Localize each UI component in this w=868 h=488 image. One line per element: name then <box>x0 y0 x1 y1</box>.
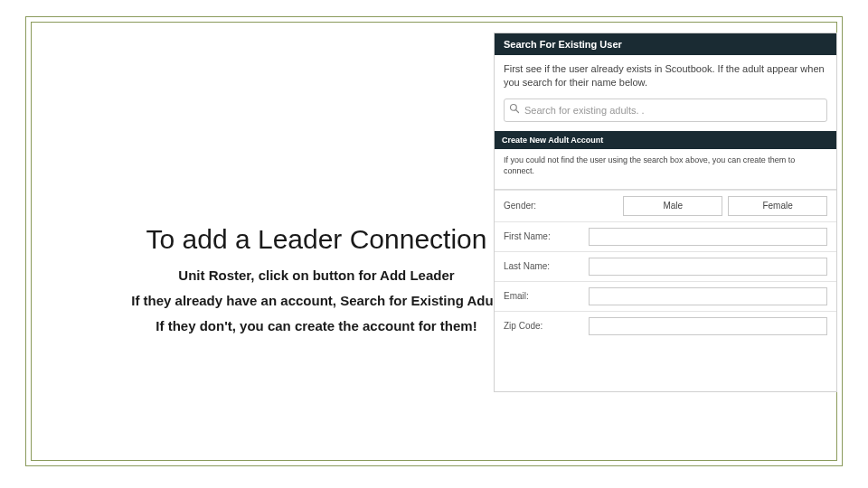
first-name-row: First Name: <box>495 221 836 251</box>
slide: To add a Leader Connection Unit Roster, … <box>0 0 868 488</box>
search-existing-header: Search For Existing User <box>495 33 836 55</box>
first-name-field[interactable] <box>589 228 827 246</box>
scoutbook-panel: Search For Existing User First see if th… <box>494 33 837 392</box>
last-name-row: Last Name: <box>495 251 836 281</box>
zip-row: Zip Code: <box>495 311 836 341</box>
email-label: Email: <box>504 291 589 301</box>
search-info-text: First see if the user already exists in … <box>495 55 836 99</box>
svg-line-1 <box>516 110 519 113</box>
gender-male-button[interactable]: Male <box>623 196 722 216</box>
slide-line-1: Unit Roster, click on button for Add Lea… <box>81 267 552 283</box>
slide-heading: To add a Leader Connection <box>90 224 542 255</box>
slide-line-2: If they already have an account, Search … <box>81 293 552 308</box>
search-icon <box>505 103 524 117</box>
zip-label: Zip Code: <box>504 321 589 331</box>
gender-row: Gender: Male Female <box>495 190 836 221</box>
create-info-text: If you could not find the user using the… <box>495 149 836 183</box>
search-input[interactable] <box>524 105 826 116</box>
gender-female-button[interactable]: Female <box>728 196 827 216</box>
gender-label: Gender: <box>504 201 589 211</box>
last-name-field[interactable] <box>589 258 827 276</box>
slide-line-3: If they don't, you can create the accoun… <box>81 318 552 333</box>
email-field[interactable] <box>589 287 827 305</box>
first-name-label: First Name: <box>504 231 589 241</box>
last-name-label: Last Name: <box>504 261 589 271</box>
search-input-row[interactable] <box>504 99 827 122</box>
zip-field[interactable] <box>589 317 827 335</box>
email-row: Email: <box>495 281 836 311</box>
create-account-header: Create New Adult Account <box>495 131 836 149</box>
